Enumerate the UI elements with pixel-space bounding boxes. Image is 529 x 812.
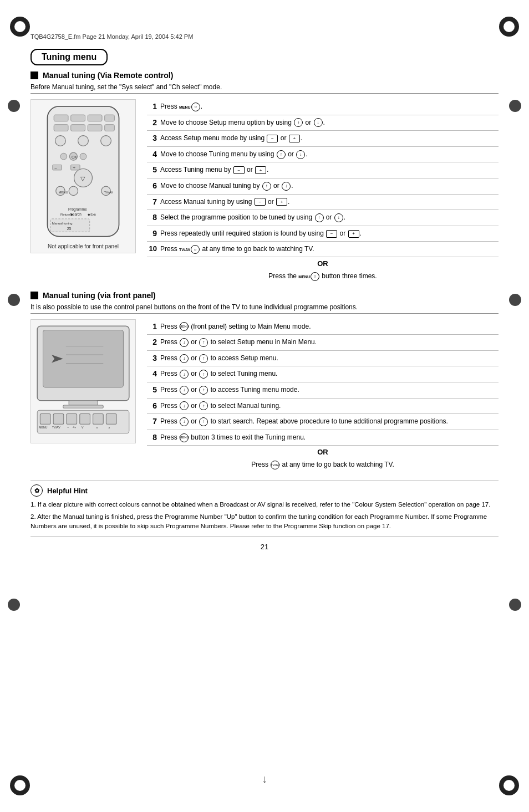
tvav-fp-button-icon: TV/AV [271,461,279,469]
helpful-hint-title: ✿ Helpful Hint [30,484,499,497]
step-number: 2 [147,337,157,348]
svg-point-9 [55,136,66,146]
step-number: 1 [147,321,157,333]
step-text: Press ↓ or ↑ to select Tuning menu. [160,369,499,379]
step-text: Press TV/AV○ at any time to go back to w… [160,244,499,254]
up-button-icon: ↑ [315,213,324,222]
step-number: 5 [147,165,157,176]
svg-rect-43 [40,413,50,424]
side-decoration-right-top [509,100,521,112]
section1-bullet [30,72,38,79]
step-text: Press ↓ or ↑ to start search. Repeat abo… [160,416,499,426]
step-item: 2 Press ↓ or ↑ to select Setup menu in M… [147,335,499,351]
minus-button-icon: − [267,135,278,142]
down-fp-button-icon: ↓ [180,338,189,347]
svg-text:−: − [67,426,69,429]
svg-rect-1 [54,115,68,121]
up-fp-button-icon: ↑ [199,370,208,379]
section1-steps: 1 Press MENU○. 2 Move to choose Setup me… [147,99,499,285]
step-item: 4 Move to choose Tuning menu by using ↑ … [147,147,499,163]
step-number: 8 [147,212,157,223]
press-tvav-line: Press TV/AV at any time to go back to wa… [147,458,499,474]
step-item: 7 Press ↓ or ↑ to start search. Repeat a… [147,414,499,430]
step-text: Select the programme position to be tune… [160,212,499,222]
svg-text:Manual tuning: Manual tuning [52,222,73,225]
plus-button-icon: + [348,230,359,238]
step-text: Press MENU (front panel) setting to Main… [160,321,499,331]
step-item: 10 Press TV/AV○ at any time to go back t… [147,242,499,257]
svg-text:MENU: MENU [39,426,47,429]
menu-fp-button-icon: MENU [180,322,189,331]
step-number: 4 [147,369,157,380]
side-decoration-right-bot [509,599,521,611]
down-button-icon: ↓ [282,182,291,191]
step-text: Press ↓ or ↑ to access Setup menu. [160,353,499,363]
corner-decoration-tl [10,17,30,37]
up-fp-button-icon: ↑ [199,401,208,410]
svg-rect-41 [63,405,103,408]
section2-header: Manual tuning (via front panel) [30,291,499,300]
bottom-arrow-decoration: ↓ [262,773,267,785]
side-decoration-right-mid [509,294,521,306]
front-panel-diagram: MENU TV/AV − 4+ V ∧ ∧ [30,319,136,443]
page-title: Tuning menu [30,49,108,65]
svg-rect-4 [105,115,115,121]
remote-svg: OK − + ▽ MENU TV/AV [34,103,132,239]
down-button-icon: ↓ [334,213,343,222]
minus-button-icon: − [326,230,337,238]
down-button-icon: ↓ [314,118,323,127]
step-text: Press ↓ or ↑ to select Manual tuning. [160,401,499,411]
up-fp-button-icon: ↑ [199,417,208,426]
svg-text:∧: ∧ [108,426,110,429]
arrow-down-icon: ↓ [262,773,267,785]
step-number: 6 [147,401,157,412]
side-decoration-left-top [8,100,20,112]
step-item: 5 Access Tuning menu by − or +. [147,162,499,178]
svg-text:Return◆: Return◆ [60,213,73,216]
step-text: Move to choose Setup menu option by usin… [160,118,499,127]
step-number: 9 [147,228,157,239]
step-number: 8 [147,432,157,443]
up-fp-button-icon: ↑ [199,354,208,363]
svg-point-15 [80,153,87,160]
svg-text:▽: ▽ [80,175,85,182]
helpful-hint-section: ✿ Helpful Hint 1. If a clear picture wit… [30,481,499,537]
step-number: 3 [147,353,157,364]
step-number: 10 [147,244,157,254]
svg-text:∧: ∧ [96,426,98,429]
up-button-icon: ↑ [277,150,286,159]
section2-content-row: MENU TV/AV − 4+ V ∧ ∧ 1 Press MENU (fron… [30,319,499,474]
svg-text:TV/AV: TV/AV [52,426,60,429]
svg-text:−: − [54,166,57,171]
svg-text:Programme: Programme [68,207,87,212]
section1-description: Before Manual tuning, set the "Sys selec… [30,83,499,94]
side-decoration-left-mid [8,294,20,306]
svg-text:◆Exit: ◆Exit [88,213,96,216]
down-fp-button-icon: ↓ [180,401,189,410]
step-item: 9 Press repeatedly until required statio… [147,226,499,242]
step-text: Press ↓ or ↑ to access Tuning menu mode. [160,385,499,395]
or-divider: OR [147,257,499,270]
tvav-button-icon: ○ [191,245,200,254]
svg-rect-47 [93,413,104,424]
svg-text:V: V [82,426,84,429]
or-divider-2: OR [147,446,499,458]
svg-rect-2 [71,115,85,121]
step-item: 2 Move to choose Setup menu option by us… [147,115,499,131]
up-fp-button-icon: ↑ [199,338,208,347]
step-text: Press ↓ or ↑ to select Setup menu in Mai… [160,337,499,347]
section1-header: Manual tuning (Via Remote control) [30,71,499,80]
step-number: 2 [147,118,157,129]
plus-button-icon: + [276,198,287,206]
down-fp-button-icon: ↓ [180,354,189,363]
step-number: 3 [147,133,157,144]
step-text: Press repeatedly until required station … [160,228,499,238]
plus-button-icon: + [289,135,300,142]
step-item: 4 Press ↓ or ↑ to select Tuning menu. [147,366,499,382]
minus-button-icon: − [233,166,245,174]
menu-button-icon2: ○ [311,272,319,281]
front-panel-svg: MENU TV/AV − 4+ V ∧ ∧ [34,323,132,438]
step-text: Move to choose Manual tuning by ↑ or ↓. [160,181,499,191]
step-text: Press MENU○. [160,101,499,111]
corner-decoration-br [499,775,519,795]
